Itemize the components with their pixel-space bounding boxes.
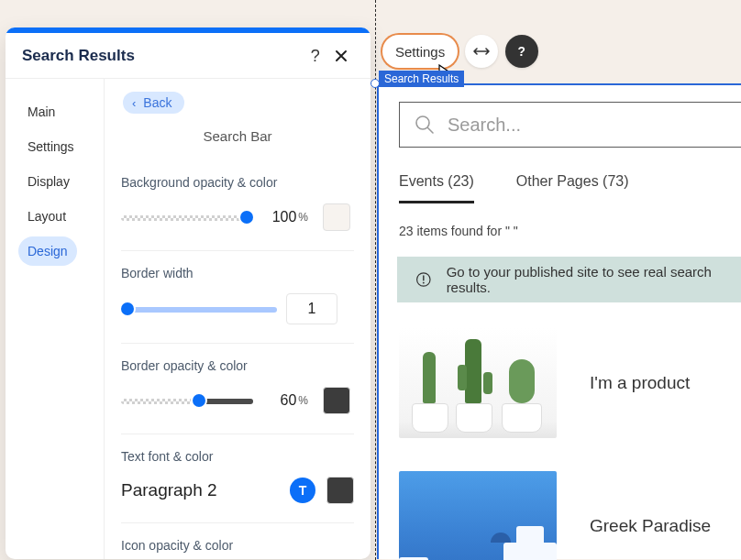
border-width-slider[interactable] — [121, 303, 277, 314]
search-icon — [415, 115, 435, 135]
border-color-swatch[interactable] — [323, 387, 350, 414]
resize-handle-icon[interactable] — [370, 79, 380, 88]
nav-item-settings[interactable]: Settings — [18, 132, 83, 161]
nav-item-design[interactable]: Design — [18, 236, 77, 266]
svg-line-3 — [428, 128, 434, 134]
border-opacity-value: 60% — [262, 386, 314, 415]
nav-item-main[interactable]: Main — [18, 97, 64, 126]
text-color-swatch[interactable] — [326, 477, 354, 504]
svg-point-6 — [423, 282, 425, 284]
result-title: I'm a product — [590, 373, 690, 393]
nav-item-layout[interactable]: Layout — [18, 202, 75, 231]
nav-item-display[interactable]: Display — [18, 167, 79, 196]
control-label: Border opacity & color — [121, 358, 354, 373]
control-bg-opacity: Background opacity & color 100% — [121, 160, 354, 250]
stretch-icon[interactable] — [465, 35, 498, 68]
panel-header: Search Results ? — [6, 33, 370, 79]
result-thumbnail — [399, 471, 557, 560]
border-opacity-slider[interactable] — [121, 395, 253, 406]
panel-title: Search Results — [22, 47, 303, 65]
border-width-value[interactable]: 1 — [286, 293, 337, 324]
control-text-font: Text font & color Paragraph 2 T — [121, 434, 354, 522]
bg-opacity-value: 100% — [262, 203, 314, 232]
close-icon[interactable] — [328, 43, 354, 69]
settings-panel: Search Results ? Main Settings Display L… — [6, 27, 370, 559]
result-item[interactable]: Greek Paradise — [399, 471, 741, 560]
control-label: Icon opacity & color — [121, 538, 354, 553]
font-name[interactable]: Paragraph 2 — [121, 480, 279, 500]
element-toolbar: Settings ? — [382, 35, 538, 68]
search-placeholder: Search... — [448, 115, 521, 136]
control-border-width: Border width 1 — [121, 250, 354, 343]
tab-events[interactable]: Events (23) — [399, 164, 474, 203]
bg-color-swatch[interactable] — [323, 203, 350, 231]
info-icon — [415, 270, 432, 289]
result-title: Greek Paradise — [590, 516, 711, 536]
result-thumbnail — [399, 328, 557, 438]
control-icon-opacity: Icon opacity & color 60% — [121, 522, 354, 559]
settings-button[interactable]: Settings — [382, 35, 458, 68]
results-list: I'm a product Greek Paradise — [399, 328, 741, 560]
tab-other-pages[interactable]: Other Pages (73) — [516, 164, 629, 203]
control-border-opacity: Border opacity & color 60% — [121, 343, 354, 434]
result-item[interactable]: I'm a product — [399, 328, 741, 438]
help-dark-icon[interactable]: ? — [505, 35, 538, 68]
search-input[interactable]: Search... — [399, 102, 741, 148]
info-notice: Go to your published site to see real se… — [397, 257, 741, 302]
font-picker-icon[interactable]: T — [290, 478, 315, 503]
control-label: Border width — [121, 266, 354, 280]
bg-opacity-slider[interactable] — [121, 212, 253, 223]
section-title: Search Bar — [105, 121, 370, 160]
svg-text:?: ? — [311, 48, 320, 64]
preview-widget: Search... Events (23) Other Pages (73) 2… — [377, 83, 741, 559]
panel-side-nav: Main Settings Display Layout Design — [6, 79, 105, 559]
chevron-left-icon: ‹ — [132, 96, 136, 110]
notice-text: Go to your published site to see real se… — [447, 264, 723, 295]
selection-badge: Search Results — [379, 71, 464, 87]
control-label: Background opacity & color — [121, 175, 354, 190]
help-icon[interactable]: ? — [303, 43, 328, 69]
svg-text:?: ? — [518, 45, 525, 59]
back-button[interactable]: ‹ Back — [123, 92, 184, 114]
results-count: 23 items found for " " — [399, 224, 741, 238]
back-label: Back — [143, 95, 171, 110]
svg-point-2 — [416, 116, 429, 129]
control-label: Text font & color — [121, 449, 354, 464]
results-tabs: Events (23) Other Pages (73) — [399, 164, 741, 203]
